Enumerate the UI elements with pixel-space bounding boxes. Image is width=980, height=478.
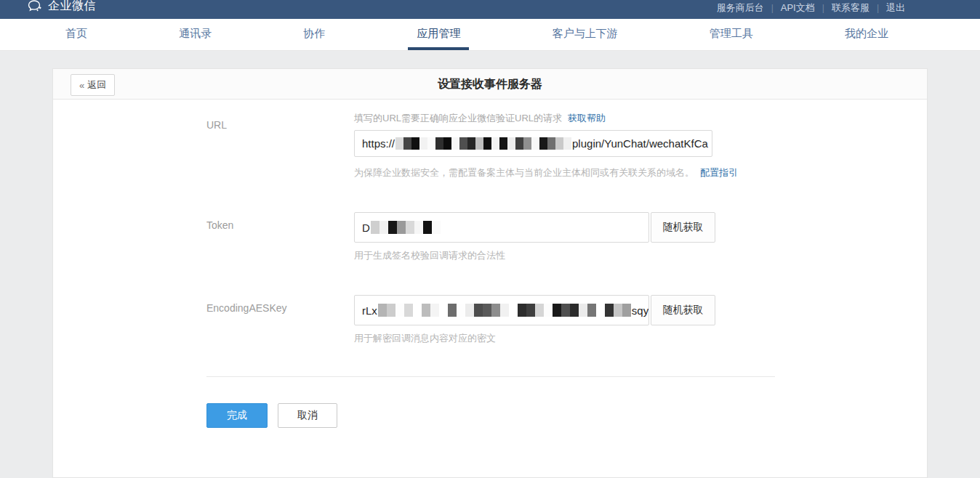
token-tip: 用于生成签名校验回调请求的合法性 (354, 249, 715, 262)
submit-button[interactable]: 完成 (206, 403, 268, 428)
brand-name: 企业微信 (48, 0, 96, 14)
url-value-prefix: https:// (362, 137, 395, 150)
aeskey-random-button[interactable]: 随机获取 (651, 295, 715, 325)
token-redaction (371, 221, 441, 234)
url-redaction (395, 137, 571, 150)
get-help-link[interactable]: 获取帮助 (568, 113, 606, 123)
aeskey-redaction (378, 304, 631, 317)
topbar-link-contact-support[interactable]: 联系客服 (832, 1, 869, 15)
token-value-prefix: D (362, 222, 370, 234)
aeskey-value-suffix: sqy (632, 304, 648, 317)
cancel-button[interactable]: 取消 (278, 403, 337, 428)
tab-contacts[interactable]: 通讯录 (169, 19, 222, 50)
url-value-suffix: plugin/YunChat/wechatKfCa (572, 137, 708, 150)
separator: | (771, 3, 774, 13)
token-input[interactable]: D (354, 212, 649, 243)
separator: | (877, 3, 879, 13)
url-tip-above: 填写的URL需要正确响应企业微信验证URL的请求获取帮助 (354, 112, 738, 125)
token-row: Token D 随机获取 用于生成签名校验回调请求的合法性 (206, 212, 927, 262)
form-divider (206, 376, 775, 377)
main-nav: 首页 通讯录 协作 应用管理 客户与上下游 管理工具 我的企业 (0, 19, 980, 51)
url-tip-below: 为保障企业数据安全，需配置备案主体与当前企业主体相同或有关联关系的域名。配置指引 (354, 166, 738, 179)
url-row: URL 填写的URL需要正确响应企业微信验证URL的请求获取帮助 https:/… (206, 112, 927, 179)
tab-home[interactable]: 首页 (55, 19, 97, 50)
topbar-link-api-docs[interactable]: API文档 (781, 1, 815, 15)
topbar: 企业微信 服务商后台 | API文档 | 联系客服 | 退出 (0, 0, 980, 19)
topbar-link-service-provider[interactable]: 服务商后台 (717, 1, 764, 15)
url-input[interactable]: https://plugin/YunChat/wechatKfCa (354, 130, 712, 157)
tab-admin-tools[interactable]: 管理工具 (699, 19, 763, 50)
tab-collaboration[interactable]: 协作 (293, 19, 335, 50)
url-tip-above-text: 填写的URL需要正确响应企业微信验证URL的请求 (354, 113, 562, 123)
back-button-label: 返回 (87, 78, 106, 92)
back-chevron-icon: « (79, 80, 84, 91)
topbar-links: 服务商后台 | API文档 | 联系客服 | 退出 (717, 1, 905, 15)
url-label: URL (206, 112, 354, 179)
back-button[interactable]: « 返回 (71, 74, 115, 96)
aeskey-value-prefix: rLx (362, 304, 377, 317)
token-label: Token (206, 212, 354, 262)
aeskey-tip: 用于解密回调消息内容对应的密文 (354, 332, 715, 345)
config-guide-link[interactable]: 配置指引 (700, 167, 738, 178)
aeskey-row: EncodingAESKey rLxsqy 随机获取 用于解密回调消息内容对应的… (206, 295, 927, 345)
separator: | (822, 3, 824, 13)
wechat-work-bubble-icon (28, 0, 44, 14)
aeskey-input[interactable]: rLxsqy (354, 295, 649, 325)
url-tip-below-text: 为保障企业数据安全，需配置备案主体与当前企业主体相同或有关联关系的域名。 (354, 167, 694, 178)
tab-customers[interactable]: 客户与上下游 (542, 19, 628, 50)
aeskey-label: EncodingAESKey (206, 295, 354, 345)
token-random-button[interactable]: 随机获取 (651, 212, 715, 243)
content-card: « 返回 设置接收事件服务器 URL 填写的URL需要正确响应企业微信验证URL… (52, 68, 928, 478)
form-actions: 完成 取消 (206, 403, 927, 428)
server-settings-form: URL 填写的URL需要正确响应企业微信验证URL的请求获取帮助 https:/… (53, 100, 927, 428)
tab-my-company[interactable]: 我的企业 (835, 19, 899, 50)
tab-app-management[interactable]: 应用管理 (406, 19, 470, 50)
brand-logo[interactable]: 企业微信 (28, 0, 96, 14)
card-header: « 返回 设置接收事件服务器 (53, 69, 927, 100)
topbar-link-logout[interactable]: 退出 (886, 1, 905, 15)
page-title: 设置接收事件服务器 (53, 69, 927, 100)
